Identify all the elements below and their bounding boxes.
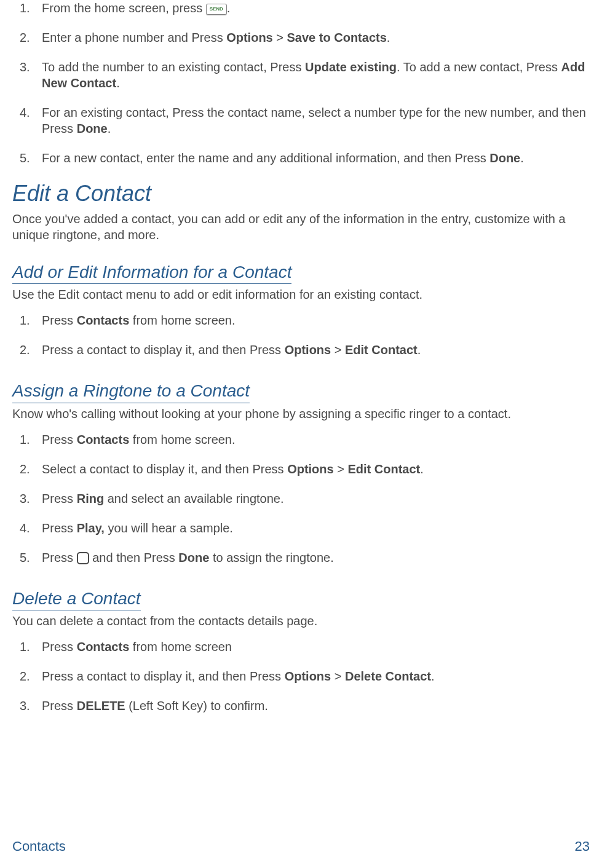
list-item: 1. From the home screen, press . — [32, 0, 590, 16]
bold: Contacts — [77, 314, 130, 327]
text: Press a contact to display it, and then … — [42, 343, 285, 357]
bold: Edit Contact — [347, 462, 420, 476]
list-item: 2. Press a contact to display it, and th… — [32, 342, 590, 358]
heading-edit-contact: Edit a Contact — [12, 180, 590, 208]
bold: Done — [77, 122, 108, 135]
bold: DELETE — [77, 699, 125, 712]
list-num: 1. — [20, 639, 30, 655]
bold: Options — [285, 669, 331, 683]
list-item: 5. For a new contact, enter the name and… — [32, 150, 590, 166]
list-item: 1. Press Contacts from home screen. — [32, 432, 590, 448]
list-num: 5. — [20, 550, 30, 566]
delete-list: 1. Press Contacts from home screen 2. Pr… — [12, 639, 590, 714]
text: (Left Soft Key) to confirm. — [125, 699, 268, 712]
list-num: 3. — [20, 491, 30, 507]
text: Enter a phone number and Press — [42, 31, 226, 44]
footer-section: Contacts — [12, 838, 66, 856]
bold: Options — [285, 343, 331, 357]
list-item: 2. Press a contact to display it, and th… — [32, 668, 590, 684]
list-num: 1. — [20, 312, 30, 328]
intro-list: 1. From the home screen, press . 2. Ente… — [12, 0, 590, 166]
list-item: 1. Press Contacts from home screen — [32, 639, 590, 655]
bold: Contacts — [77, 433, 130, 446]
text: > — [334, 462, 348, 476]
text: . — [420, 462, 424, 476]
text: For an existing contact, Press the conta… — [42, 106, 586, 135]
text: . — [431, 669, 435, 683]
list-num: 2. — [20, 30, 30, 45]
list-num: 2. — [20, 461, 30, 477]
page-content: 1. From the home screen, press . 2. Ente… — [12, 0, 590, 714]
text: To add the number to an existing contact… — [42, 60, 305, 74]
text: Press — [42, 433, 77, 446]
bold: Contacts — [77, 640, 130, 653]
text: from home screen. — [129, 314, 235, 327]
text: . — [520, 151, 524, 165]
list-item: 2. Enter a phone number and Press Option… — [32, 30, 590, 45]
list-item: 3. Press Ring and select an available ri… — [32, 491, 590, 507]
list-item: 3. To add the number to an existing cont… — [32, 59, 590, 91]
paragraph: Once you've added a contact, you can add… — [12, 211, 590, 243]
text: Press — [42, 640, 77, 653]
text: . — [387, 31, 390, 44]
text: from home screen. — [129, 433, 235, 446]
text: Press — [42, 699, 77, 712]
text: > — [331, 343, 345, 357]
list-item: 2. Select a contact to display it, and t… — [32, 461, 590, 477]
heading-add-edit-info: Add or Edit Information for a Contact — [12, 261, 291, 284]
list-num: 1. — [20, 432, 30, 448]
footer-page-number: 23 — [575, 838, 590, 856]
text: From the home screen, press — [42, 1, 202, 15]
text: Press — [42, 551, 77, 564]
bold: Save to Contacts — [287, 31, 387, 44]
list-num: 1. — [20, 0, 30, 16]
text: and then Press — [89, 551, 179, 564]
bold: Done — [489, 151, 520, 165]
text: > — [273, 31, 287, 44]
text: . — [418, 343, 421, 357]
text: . To add a new contact, Press — [397, 60, 561, 74]
bold: Play, — [77, 521, 105, 535]
text: to assign the ringtone. — [209, 551, 333, 564]
heading-assign-ringtone: Assign a Ringtone to a Contact — [12, 380, 250, 403]
send-icon — [206, 4, 227, 15]
bold: Options — [287, 462, 334, 476]
list-num: 2. — [20, 342, 30, 358]
footer: Contacts 23 — [12, 838, 590, 856]
addedit-list: 1. Press Contacts from home screen. 2. P… — [12, 312, 590, 358]
ok-button-icon — [77, 552, 89, 564]
text: . — [227, 1, 231, 15]
text: Press — [42, 492, 77, 505]
heading-delete-contact: Delete a Contact — [12, 588, 141, 610]
list-num: 4. — [20, 520, 30, 536]
paragraph: Use the Edit contact menu to add or edit… — [12, 286, 590, 302]
bold: Done — [178, 551, 209, 564]
list-item: 1. Press Contacts from home screen. — [32, 312, 590, 328]
ringtone-list: 1. Press Contacts from home screen. 2. S… — [12, 432, 590, 566]
text: Press — [42, 521, 77, 535]
text: Select a contact to display it, and then… — [42, 462, 287, 476]
list-num: 3. — [20, 698, 30, 714]
text: and select an available ringtone. — [104, 492, 283, 505]
list-item: 4. Press Play, you will hear a sample. — [32, 520, 590, 536]
text: . — [108, 122, 111, 135]
text: Press — [42, 314, 77, 327]
list-num: 5. — [20, 150, 30, 166]
text: from home screen — [129, 640, 232, 653]
text: For a new contact, enter the name and an… — [42, 151, 489, 165]
list-item: 5. Press and then Press Done to assign t… — [32, 550, 590, 566]
text: . — [116, 76, 120, 90]
text: Press a contact to display it, and then … — [42, 669, 285, 683]
bold: Ring — [77, 492, 104, 505]
list-num: 2. — [20, 668, 30, 684]
bold: Options — [226, 31, 273, 44]
bold: Delete Contact — [345, 669, 431, 683]
paragraph: Know who's calling without looking at yo… — [12, 406, 590, 422]
text: > — [331, 669, 345, 683]
list-item: 3. Press DELETE (Left Soft Key) to confi… — [32, 698, 590, 714]
list-num: 4. — [20, 105, 30, 120]
bold: Update existing — [305, 60, 397, 74]
bold: Edit Contact — [345, 343, 418, 357]
list-item: 4. For an existing contact, Press the co… — [32, 105, 590, 136]
list-num: 3. — [20, 59, 30, 75]
